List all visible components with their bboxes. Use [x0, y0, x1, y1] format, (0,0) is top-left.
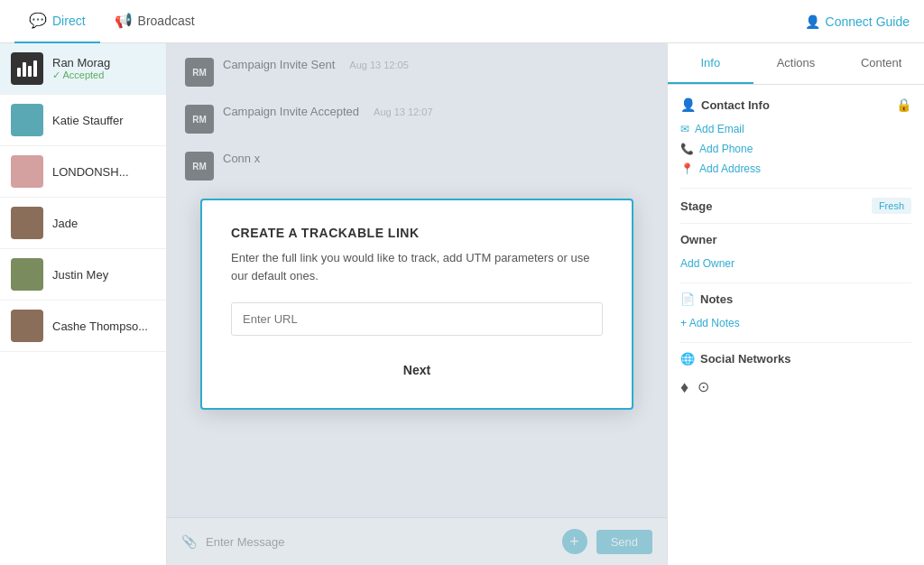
stage-title: Stage	[680, 199, 712, 213]
contact-status: ✓ Accepted	[52, 69, 155, 81]
add-notes-row[interactable]: + Add Notes	[680, 313, 911, 333]
tab-info[interactable]: Info	[668, 43, 753, 84]
nav-tabs: 💬 Direct 📢 Broadcast	[14, 0, 209, 43]
contact-info-title: 👤 Contact Info	[680, 97, 770, 112]
contact-info-section-header: 👤 Contact Info 🔒	[680, 97, 911, 112]
contact-item[interactable]: Justin Mey	[0, 249, 166, 301]
tab-actions[interactable]: Actions	[753, 43, 839, 84]
modal-footer: Next	[231, 357, 603, 383]
tab-direct[interactable]: 💬 Direct	[14, 0, 100, 43]
email-icon: ✉	[680, 123, 689, 135]
contact-item[interactable]: Jade	[0, 198, 166, 249]
contact-name: Justin Mey	[52, 268, 155, 282]
instagram-icon: ⊙	[698, 378, 709, 397]
connect-guide-label: Connect Guide	[826, 14, 910, 29]
direct-icon: 💬	[29, 12, 47, 29]
contact-icon: 👤	[680, 97, 696, 112]
trackable-link-modal: CREATE A TRACKABLE LINK Enter the full l…	[200, 199, 633, 410]
social-icon: 🌐	[680, 352, 695, 366]
modal-title: CREATE A TRACKABLE LINK	[231, 226, 603, 240]
contact-info: LONDONSH...	[52, 165, 155, 179]
add-owner-label: Add Owner	[680, 257, 735, 270]
bar	[17, 68, 21, 77]
modal-description: Enter the full link you would like to tr…	[231, 249, 603, 284]
notes-icon: 📄	[680, 292, 695, 306]
connect-guide-link[interactable]: 👤 Connect Guide	[805, 14, 910, 29]
notes-title: 📄 Notes	[680, 292, 733, 306]
lock-icon: 🔒	[896, 97, 911, 112]
divider	[680, 282, 911, 283]
broadcast-icon: 📢	[115, 12, 133, 29]
right-panel-tabs: Info Actions Content	[668, 43, 924, 85]
diamond-icon: ♦	[680, 378, 688, 397]
bar	[28, 66, 32, 77]
divider	[680, 342, 911, 343]
contact-item[interactable]: Ran Morag ✓ Accepted	[0, 43, 166, 95]
avatar	[11, 258, 43, 291]
stage-label: Stage	[680, 199, 712, 213]
contact-info-label: Contact Info	[701, 98, 770, 112]
url-input[interactable]	[231, 302, 603, 336]
avatar	[11, 52, 43, 85]
contact-name: Katie Stauffer	[52, 114, 155, 127]
owner-label: Owner	[680, 233, 716, 246]
contact-item[interactable]: Cashe Thompso...	[0, 301, 166, 352]
top-nav: 💬 Direct 📢 Broadcast 👤 Connect Guide	[0, 0, 924, 43]
add-email-label: Add Email	[695, 123, 744, 135]
avatar	[11, 155, 43, 188]
add-notes-label: + Add Notes	[680, 317, 740, 329]
social-icons: ♦ ⊙	[680, 373, 911, 403]
contacts-sidebar: Ran Morag ✓ Accepted Katie Stauffer LOND…	[0, 43, 167, 565]
contact-info: Justin Mey	[52, 268, 155, 282]
add-address-label: Add Address	[699, 162, 761, 175]
tab-broadcast[interactable]: 📢 Broadcast	[100, 0, 209, 43]
social-title: 🌐 Social Networks	[680, 352, 790, 366]
avatar	[11, 310, 43, 342]
divider	[680, 223, 911, 224]
add-phone-label: Add Phone	[699, 143, 753, 155]
tab-content[interactable]: Content	[838, 43, 924, 84]
stage-badge: Fresh	[872, 198, 911, 214]
owner-section-header: Owner	[680, 233, 911, 246]
main-content: Ran Morag ✓ Accepted Katie Stauffer LOND…	[0, 43, 924, 565]
contact-name: Cashe Thompso...	[52, 320, 155, 333]
contact-info: Katie Stauffer	[52, 114, 155, 127]
avatar-bars	[17, 60, 37, 77]
add-email-row[interactable]: ✉ Add Email	[680, 119, 911, 139]
contact-name: LONDONSH...	[52, 165, 155, 179]
divider	[680, 188, 911, 189]
owner-title: Owner	[680, 233, 716, 246]
notes-label: Notes	[700, 292, 733, 306]
stage-section-header: Stage Fresh	[680, 198, 911, 214]
right-panel-body: 👤 Contact Info 🔒 ✉ Add Email 📞 Add Phone…	[668, 85, 924, 565]
contact-name: Ran Morag	[52, 56, 155, 69]
contact-info: Cashe Thompso...	[52, 320, 155, 333]
address-icon: 📍	[680, 162, 694, 175]
bar	[23, 62, 26, 77]
notes-section-header: 📄 Notes	[680, 292, 911, 306]
tab-direct-label: Direct	[52, 14, 86, 28]
add-owner-row[interactable]: Add Owner	[680, 254, 911, 273]
app-container: 💬 Direct 📢 Broadcast 👤 Connect Guide	[0, 0, 924, 565]
bar	[33, 60, 37, 77]
avatar	[11, 104, 43, 136]
social-label: Social Networks	[700, 352, 790, 366]
connect-guide-icon: 👤	[805, 14, 820, 29]
social-section-header: 🌐 Social Networks	[680, 352, 911, 366]
contact-name: Jade	[52, 217, 155, 230]
contact-item[interactable]: LONDONSH...	[0, 146, 166, 198]
chat-area: RM Campaign Invite Sent Aug 13 12:05 RM …	[167, 43, 667, 565]
modal-overlay: CREATE A TRACKABLE LINK Enter the full l…	[167, 43, 667, 565]
tab-broadcast-label: Broadcast	[138, 14, 195, 28]
add-address-row[interactable]: 📍 Add Address	[680, 159, 911, 179]
right-panel: Info Actions Content 👤 Contact Info 🔒 ✉ …	[667, 43, 924, 565]
contact-item[interactable]: Katie Stauffer	[0, 95, 166, 146]
next-button[interactable]: Next	[385, 357, 448, 383]
contact-info: Ran Morag ✓ Accepted	[52, 56, 155, 81]
contact-info: Jade	[52, 217, 155, 230]
add-phone-row[interactable]: 📞 Add Phone	[680, 139, 911, 159]
avatar	[11, 207, 43, 239]
phone-icon: 📞	[680, 143, 694, 155]
